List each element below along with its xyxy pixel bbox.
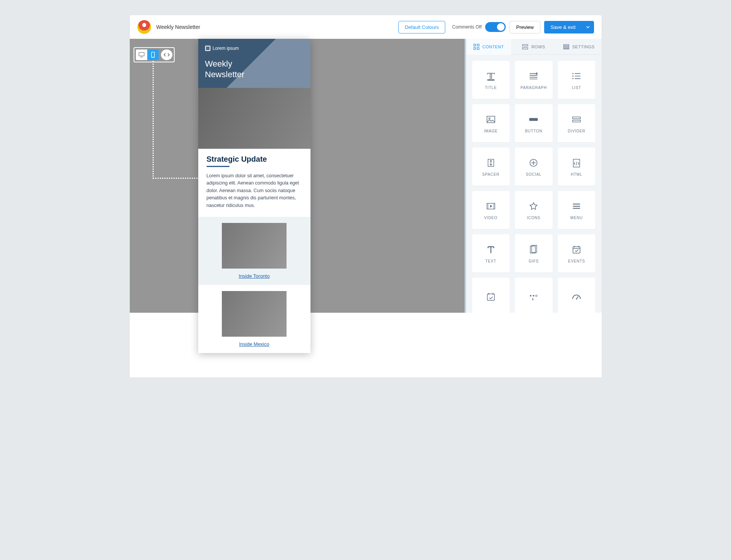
content-tile-gauge[interactable] xyxy=(558,278,596,313)
svg-rect-19 xyxy=(573,120,581,122)
tab-content-label: CONTENT xyxy=(483,45,504,49)
content-tile-calendar-check[interactable] xyxy=(472,278,510,313)
text-icon xyxy=(485,244,497,255)
icons-icon xyxy=(528,200,539,212)
content-tile-rating[interactable] xyxy=(515,278,553,313)
story-image-2[interactable] xyxy=(222,291,287,337)
svg-rect-25 xyxy=(532,245,537,253)
tab-rows[interactable]: ROWS xyxy=(511,39,556,55)
tile-label: LIST xyxy=(572,86,581,90)
content-tile-video[interactable]: VIDEO xyxy=(472,191,510,229)
svg-rect-9 xyxy=(564,45,569,46)
content-tile-gifs[interactable]: GIFS xyxy=(515,234,553,272)
svg-rect-27 xyxy=(487,294,494,301)
gauge-icon xyxy=(571,291,582,302)
title-icon xyxy=(485,70,497,82)
content-tile-title[interactable]: TITLE xyxy=(472,61,510,99)
tile-label: SOCIAL xyxy=(526,172,541,177)
svg-point-14 xyxy=(572,78,573,79)
rating-icon xyxy=(528,291,539,302)
content-tile-divider[interactable]: DIVIDER xyxy=(558,104,596,142)
save-exit-dropdown[interactable] xyxy=(582,21,594,33)
default-colours-button[interactable]: Default Colours xyxy=(398,21,446,33)
tile-label: TITLE xyxy=(485,86,497,90)
content-tile-social[interactable]: SOCIAL xyxy=(515,148,553,186)
tile-label: TEXT xyxy=(485,259,496,263)
paragraph-icon xyxy=(528,70,539,82)
tile-label: IMAGE xyxy=(484,129,498,133)
svg-rect-26 xyxy=(573,247,580,253)
chevron-down-icon xyxy=(586,25,590,29)
svg-rect-24 xyxy=(530,246,535,253)
article-hero-image[interactable] xyxy=(198,88,311,149)
tile-label: DIVIDER xyxy=(568,129,585,133)
hero-title-line2: Newsletter xyxy=(205,70,245,79)
menu-icon xyxy=(571,200,582,212)
content-tile-icons[interactable]: ICONS xyxy=(515,191,553,229)
story-block-1: Inside Toronto xyxy=(198,217,311,285)
content-tile-html[interactable]: HTML xyxy=(558,148,596,186)
svg-point-13 xyxy=(572,75,573,76)
spacer-icon xyxy=(485,157,497,169)
article-body[interactable]: Lorem ipsum dolor sit amet, consectetuer… xyxy=(207,172,302,209)
workspace: Lorem ipsum Weekly Newsletter Strategic … xyxy=(130,39,602,313)
tile-label: GIFS xyxy=(529,259,539,263)
story-link-2[interactable]: Inside Mexico xyxy=(239,341,269,347)
html-icon xyxy=(571,157,582,169)
story-image-1[interactable] xyxy=(222,223,287,269)
content-tile-spacer[interactable]: SPACER xyxy=(472,148,510,186)
tile-label: PARAGRAPH xyxy=(521,86,547,90)
tab-rows-label: ROWS xyxy=(531,45,545,49)
topbar: Weekly Newsletter Default Colours Commen… xyxy=(130,15,602,39)
tab-content[interactable]: CONTENT xyxy=(466,39,511,55)
content-tile-paragraph[interactable]: PARAGRAPH xyxy=(515,61,553,99)
tile-label: VIDEO xyxy=(484,216,497,220)
email-hero: Lorem ipsum Weekly Newsletter xyxy=(198,39,311,88)
document-title: Weekly Newsletter xyxy=(156,24,201,30)
button-icon xyxy=(528,114,539,125)
svg-point-28 xyxy=(576,299,577,300)
image-icon xyxy=(485,114,497,125)
calendar-check-icon xyxy=(485,291,497,302)
svg-rect-18 xyxy=(573,117,581,119)
rows-icon xyxy=(522,44,528,50)
brand-logo-icon xyxy=(137,20,151,34)
svg-rect-5 xyxy=(474,48,476,49)
tile-label: HTML xyxy=(571,172,582,177)
tile-label: EVENTS xyxy=(568,259,585,263)
svg-rect-6 xyxy=(477,48,479,49)
tile-label: BUTTON xyxy=(525,129,543,133)
story-link-1[interactable]: Inside Toronto xyxy=(239,273,269,279)
content-tile-events[interactable]: EVENTS xyxy=(558,234,596,272)
svg-point-12 xyxy=(572,73,573,74)
svg-rect-8 xyxy=(522,48,528,49)
comments-toggle-label: Comments Off xyxy=(452,24,481,30)
email-preview-canvas[interactable]: Lorem ipsum Weekly Newsletter Strategic … xyxy=(198,39,311,353)
events-icon xyxy=(571,244,582,255)
content-tile-menu[interactable]: MENU xyxy=(558,191,596,229)
side-panel: CONTENT ROWS SETTINGS TITLEPARAGRAPHLIST… xyxy=(465,39,602,313)
heading-underline xyxy=(207,166,229,167)
hero-title-line1: Weekly xyxy=(205,59,233,68)
video-icon xyxy=(485,200,497,212)
content-tile-list[interactable]: LIST xyxy=(558,61,596,99)
tile-label: ICONS xyxy=(527,216,541,220)
settings-icon xyxy=(563,44,569,50)
svg-rect-7 xyxy=(522,45,528,46)
tab-settings-label: SETTINGS xyxy=(572,45,595,49)
svg-rect-10 xyxy=(564,46,569,48)
grid-icon xyxy=(473,44,479,50)
save-exit-button[interactable]: Save & exit xyxy=(544,21,582,33)
article-heading[interactable]: Strategic Update xyxy=(207,155,302,164)
tile-label: SPACER xyxy=(482,172,499,177)
list-icon xyxy=(571,70,582,82)
story-block-2: Inside Mexico xyxy=(198,285,311,353)
content-tile-button[interactable]: BUTTON xyxy=(515,104,553,142)
content-tile-text[interactable]: TEXT xyxy=(472,234,510,272)
svg-rect-4 xyxy=(477,44,479,46)
preview-button[interactable]: Preview xyxy=(510,21,540,33)
brand-square-icon xyxy=(205,46,210,51)
content-tile-image[interactable]: IMAGE xyxy=(472,104,510,142)
comments-toggle[interactable] xyxy=(485,22,506,32)
tab-settings[interactable]: SETTINGS xyxy=(556,39,602,55)
